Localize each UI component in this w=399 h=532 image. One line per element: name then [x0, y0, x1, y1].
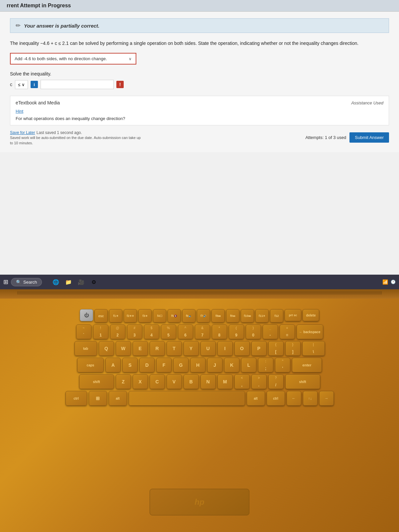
- key-j[interactable]: J: [207, 358, 222, 372]
- key-f12[interactable]: f12: [270, 309, 283, 323]
- taskbar-search-bar[interactable]: 🔍 Search: [11, 278, 42, 286]
- key-3[interactable]: #3: [127, 325, 142, 339]
- key-u[interactable]: U: [200, 341, 216, 356]
- key-f5[interactable]: f5🔇: [168, 309, 181, 323]
- answer-dropdown-container[interactable]: Add -4.6 to both sides, with no directio…: [10, 53, 389, 65]
- key-b[interactable]: B: [184, 374, 199, 389]
- operator-select[interactable]: ≤ ∨: [15, 80, 28, 89]
- key-5[interactable]: %5: [161, 325, 176, 339]
- key-7[interactable]: &7: [195, 325, 210, 339]
- submit-answer-button[interactable]: Submit Answer: [349, 132, 389, 143]
- key-prtsc[interactable]: prt sc: [285, 309, 301, 321]
- key-w[interactable]: W: [116, 341, 131, 356]
- key-l[interactable]: L: [241, 358, 256, 372]
- key-comma[interactable]: <,: [234, 374, 250, 389]
- key-esc[interactable]: esc: [94, 309, 108, 323]
- key-2[interactable]: @2: [110, 325, 125, 339]
- key-n[interactable]: N: [200, 374, 216, 389]
- taskbar-icon-browser[interactable]: 🌐: [51, 277, 61, 287]
- key-p[interactable]: P: [251, 341, 267, 356]
- key-t[interactable]: T: [167, 341, 182, 356]
- key-left-alt[interactable]: alt: [109, 391, 127, 406]
- qwerty-key-row: tab Q W E R T Y U I O P {[ }] |\: [7, 341, 392, 356]
- key-e[interactable]: E: [133, 341, 148, 356]
- laptop-screen: rrent Attempt in Progress ✏ Your answer …: [0, 0, 399, 289]
- key-m[interactable]: M: [217, 374, 233, 389]
- key-tab[interactable]: tab: [74, 341, 97, 356]
- key-o[interactable]: O: [234, 341, 250, 356]
- taskbar-icon-settings[interactable]: ⚙: [89, 277, 98, 287]
- key-caps[interactable]: caps: [77, 358, 104, 372]
- key-backtick[interactable]: ~`: [76, 325, 91, 339]
- key-x[interactable]: X: [133, 374, 148, 389]
- key-backslash[interactable]: |\: [302, 341, 325, 356]
- key-delete[interactable]: delete: [303, 309, 319, 321]
- key-slash[interactable]: ?/: [268, 374, 284, 389]
- key-z[interactable]: Z: [116, 374, 131, 389]
- power-key[interactable]: ⏻: [80, 309, 93, 321]
- hp-logo: hp: [195, 497, 204, 507]
- taskbar-icon-video[interactable]: 🎥: [76, 277, 86, 287]
- key-minus[interactable]: _-: [263, 325, 278, 339]
- key-a[interactable]: A: [105, 358, 121, 372]
- key-enter[interactable]: enter: [292, 358, 322, 372]
- key-right-alt[interactable]: alt: [247, 391, 265, 406]
- key-left-shift[interactable]: shift: [79, 374, 114, 389]
- key-0[interactable]: )0: [246, 325, 261, 339]
- key-f[interactable]: F: [156, 358, 172, 372]
- key-s[interactable]: S: [122, 358, 138, 372]
- key-y[interactable]: Y: [184, 341, 199, 356]
- key-g[interactable]: G: [173, 358, 189, 372]
- search-icon: 🔍: [16, 280, 21, 285]
- taskbar-icon-folder[interactable]: 📁: [64, 277, 73, 287]
- key-i[interactable]: I: [217, 341, 233, 356]
- key-left-ctrl[interactable]: ctrl: [66, 391, 87, 406]
- hint-link[interactable]: Hint: [16, 109, 23, 114]
- trackpad[interactable]: hp: [150, 489, 249, 515]
- key-backspace[interactable]: ← backspace: [297, 325, 323, 339]
- key-f1[interactable]: f1☀: [109, 309, 122, 323]
- key-right-shift[interactable]: shift: [285, 374, 320, 389]
- bottom-key-row: ctrl ⊞ alt alt ctrl ← ↑↓ →: [7, 391, 392, 406]
- answer-dropdown[interactable]: Add -4.6 to both sides, with no directio…: [10, 53, 136, 65]
- key-6[interactable]: ^6: [178, 325, 193, 339]
- key-up-down-arrow[interactable]: ↑↓: [303, 391, 318, 406]
- key-f7[interactable]: f7🔊: [197, 309, 210, 323]
- key-space[interactable]: [129, 391, 245, 406]
- key-equals[interactable]: +=: [280, 325, 295, 339]
- key-right-arrow[interactable]: →: [319, 391, 334, 406]
- key-h[interactable]: H: [190, 358, 205, 372]
- key-win[interactable]: ⊞: [89, 391, 107, 406]
- key-1[interactable]: !1: [93, 325, 108, 339]
- key-f6[interactable]: f6🔈: [182, 309, 196, 323]
- info-button[interactable]: i: [31, 81, 38, 88]
- key-right-ctrl[interactable]: ctrl: [267, 391, 285, 406]
- key-f9[interactable]: f9⏯: [226, 309, 239, 323]
- key-r[interactable]: R: [150, 341, 165, 356]
- key-f8[interactable]: f8⏮: [211, 309, 225, 323]
- key-d[interactable]: D: [139, 358, 155, 372]
- key-f10[interactable]: f10⏭: [241, 309, 254, 323]
- answer-input[interactable]: [41, 80, 114, 89]
- key-f2[interactable]: f2☀☀: [124, 309, 137, 323]
- key-v[interactable]: V: [167, 374, 182, 389]
- key-9[interactable]: (9: [229, 325, 244, 339]
- key-4[interactable]: $4: [144, 325, 159, 339]
- key-quote[interactable]: "': [275, 358, 290, 372]
- save-for-later-link[interactable]: Save for Later: [10, 130, 35, 135]
- key-q[interactable]: Q: [99, 341, 114, 356]
- key-f4[interactable]: f4☐: [153, 309, 166, 323]
- taskbar-wifi-icon: 📶: [382, 279, 388, 285]
- windows-icon: ⊞: [3, 278, 8, 286]
- windows-start-button[interactable]: ⊞: [3, 278, 8, 286]
- key-8[interactable]: *8: [212, 325, 227, 339]
- key-left-arrow[interactable]: ←: [287, 391, 301, 406]
- key-semicolon[interactable]: :;: [258, 358, 273, 372]
- key-k[interactable]: K: [224, 358, 239, 372]
- key-lbracket[interactable]: {[: [268, 341, 284, 356]
- key-f11[interactable]: f11✈: [255, 309, 269, 323]
- key-period[interactable]: >.: [251, 374, 267, 389]
- key-c[interactable]: C: [150, 374, 165, 389]
- key-rbracket[interactable]: }]: [285, 341, 301, 356]
- key-f3[interactable]: f3✳: [138, 309, 152, 323]
